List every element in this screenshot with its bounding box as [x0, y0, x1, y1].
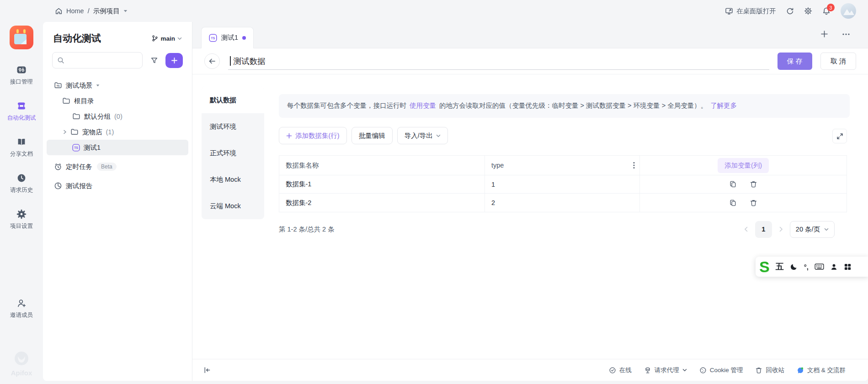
copy-icon[interactable]	[729, 180, 737, 188]
delete-icon[interactable]	[750, 199, 757, 207]
tree-item-root-folder[interactable]: 根目录	[47, 93, 188, 109]
breadcrumb-home[interactable]: Home	[66, 7, 84, 15]
apifox-brand-label: Apifox	[11, 369, 32, 377]
clock-icon	[16, 173, 27, 183]
cancel-button[interactable]: 取 消	[820, 53, 856, 70]
tree-item-scenarios[interactable]: TS 测试场景	[47, 78, 188, 93]
dataset-name-cell[interactable]: 数据集-1	[279, 175, 485, 194]
topbar-actions: 在桌面版打开 3	[725, 3, 856, 19]
chevron-down-icon	[177, 37, 182, 40]
add-dataset-row-button[interactable]: 添加数据集(行)	[279, 127, 347, 144]
chevron-down-icon	[436, 134, 441, 137]
new-test-button[interactable]	[165, 53, 183, 68]
unsaved-dot	[242, 36, 246, 40]
moon-icon[interactable]	[790, 263, 798, 271]
tree-item-label: 测试1	[84, 143, 101, 152]
page-number[interactable]: 1	[755, 221, 772, 238]
trash-icon	[755, 367, 762, 374]
tree-item-test1[interactable]: TS 测试1	[47, 140, 188, 155]
chevron-right-icon[interactable]	[63, 130, 67, 134]
import-export-button[interactable]: 导入/导出	[397, 127, 448, 144]
env-tab-cloud-mock[interactable]: 云端 Mock	[202, 193, 264, 219]
page-size-select[interactable]: 20 条/页	[790, 221, 835, 238]
docs-community[interactable]: 文档 & 交流群	[797, 366, 846, 374]
back-button[interactable]	[204, 53, 220, 69]
table-row[interactable]: 数据集-2 2	[279, 194, 847, 212]
column-header-name[interactable]: 数据集名称	[279, 156, 485, 175]
keyboard-icon[interactable]	[815, 263, 824, 271]
caret-down-icon[interactable]	[96, 84, 100, 87]
dataset-name-cell[interactable]: 数据集-2	[279, 194, 485, 212]
tree-item-pet-store[interactable]: 宠物店 (1)	[47, 124, 188, 140]
collapse-sidebar-icon[interactable]	[203, 366, 211, 374]
env-tab-production[interactable]: 正式环境	[202, 140, 264, 166]
sidebar-item-request-history[interactable]: 请求历史	[7, 173, 36, 194]
env-tab-default[interactable]: 默认数据	[202, 87, 264, 113]
tree-item-scheduled-tasks[interactable]: 定时任务 Beta	[47, 159, 188, 174]
banner-text: 的地方会读取对应的值（变量优先级：临时变量 > 测试数据变量 > 环境变量 > …	[439, 102, 707, 109]
copy-icon[interactable]	[729, 199, 737, 207]
main-area: TS 测试1 测试数据 保 存 取 消 默认数据 测试环境 正式环境	[192, 22, 868, 381]
refresh-icon[interactable]	[786, 7, 794, 15]
add-dataset-row-label: 添加数据集(行)	[295, 132, 340, 140]
env-tab-testing[interactable]: 测试环境	[202, 113, 264, 140]
caret-down-icon[interactable]	[123, 10, 128, 12]
tab-test1[interactable]: TS 测试1	[201, 27, 254, 48]
table-row[interactable]: 数据集-1 1	[279, 175, 847, 194]
test-panel: 自动化测试 main TS 测试场景	[43, 22, 192, 381]
sidebar-item-automated-testing[interactable]: 自动化测试	[7, 101, 36, 122]
svg-text:TS: TS	[211, 36, 215, 39]
ime-logo[interactable]: S	[759, 259, 770, 274]
column-header-type[interactable]: type	[485, 156, 640, 175]
search-input[interactable]	[52, 52, 143, 68]
user-avatar[interactable]	[841, 3, 856, 19]
home-icon[interactable]	[55, 7, 63, 15]
batch-edit-button[interactable]: 批量编辑	[351, 127, 393, 144]
branch-selector[interactable]: main	[151, 35, 182, 42]
person-plus-icon	[16, 298, 27, 308]
sidebar-item-api-management[interactable]: 接口管理	[7, 65, 36, 86]
invite-members-button[interactable]: 邀请成员	[0, 298, 43, 319]
dataset-type-cell[interactable]: 2	[485, 194, 640, 212]
delete-icon[interactable]	[750, 180, 757, 188]
svg-text:TS: TS	[56, 84, 59, 87]
pagination: 第 1-2 条/总共 2 条 1 20 条/页	[279, 221, 835, 238]
env-tab-local-mock[interactable]: 本地 Mock	[202, 166, 264, 193]
online-status[interactable]: 在线	[609, 366, 632, 374]
title-input[interactable]: 测试数据	[228, 53, 769, 70]
app-logo[interactable]	[10, 26, 33, 49]
more-menu-button[interactable]	[841, 30, 851, 39]
ime-mode-toggle[interactable]: 五	[776, 261, 784, 272]
fullscreen-expand-button[interactable]	[832, 129, 847, 143]
learn-more-link[interactable]: 了解更多	[710, 102, 737, 109]
tree-item-default-group[interactable]: 默认分组 (0)	[47, 109, 188, 124]
chat-bubble-icon	[797, 367, 804, 374]
sidebar-item-project-settings[interactable]: 项目设置	[7, 209, 36, 230]
breadcrumb-project[interactable]: 示例项目	[93, 7, 120, 16]
add-variable-column-button[interactable]: 添加变量(列)	[718, 158, 769, 173]
banner-text: 每个数据集可包含多个变量，接口运行时	[287, 102, 406, 109]
ime-punctuation-toggle[interactable]: °,	[804, 263, 809, 271]
report-icon	[54, 182, 62, 190]
settings-gear-icon[interactable]	[804, 7, 812, 15]
tab-bar: TS 测试1	[192, 22, 868, 48]
tree-item-test-reports[interactable]: 测试报告	[47, 178, 188, 194]
person-icon[interactable]	[830, 263, 838, 271]
sidebar-item-share-docs[interactable]: 分享文档	[7, 137, 36, 158]
use-variable-link[interactable]: 使用变量	[410, 102, 436, 109]
dataset-type-cell[interactable]: 1	[485, 175, 640, 194]
recycle-bin[interactable]: 回收站	[755, 366, 784, 374]
save-button[interactable]: 保 存	[777, 53, 812, 70]
column-menu-icon[interactable]	[633, 162, 635, 169]
notification-bell-icon[interactable]: 3	[822, 7, 831, 15]
open-desktop-label: 在桌面版打开	[736, 7, 776, 16]
new-tab-button[interactable]	[820, 30, 829, 38]
cookie-manager[interactable]: Cookie 管理	[699, 366, 743, 374]
toolbox-grid-icon[interactable]	[844, 263, 852, 271]
filter-button[interactable]	[146, 53, 162, 68]
next-page-icon[interactable]	[779, 226, 783, 232]
prev-page-icon[interactable]	[744, 226, 748, 232]
open-desktop-button[interactable]: 在桌面版打开	[725, 7, 776, 16]
request-proxy-menu[interactable]: 请求代理	[644, 366, 687, 374]
tree-item-label: 宠物店	[82, 128, 102, 137]
